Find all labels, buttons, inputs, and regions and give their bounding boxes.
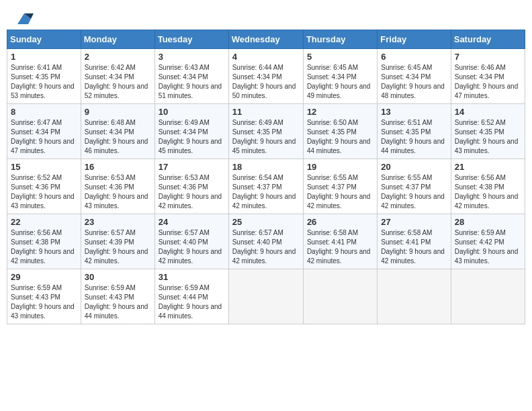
calendar-cell: 19Sunrise: 6:55 AMSunset: 4:37 PMDayligh…	[303, 159, 377, 214]
calendar-cell: 14Sunrise: 6:52 AMSunset: 4:35 PMDayligh…	[451, 104, 525, 159]
day-info: Sunrise: 6:45 AMSunset: 4:34 PMDaylight:…	[307, 63, 373, 101]
day-info: Sunrise: 6:57 AMSunset: 4:40 PMDaylight:…	[232, 228, 300, 266]
day-info: Sunrise: 6:51 AMSunset: 4:35 PMDaylight:…	[381, 118, 447, 156]
day-info: Sunrise: 6:57 AMSunset: 4:40 PMDaylight:…	[159, 228, 225, 266]
day-info: Sunrise: 6:52 AMSunset: 4:36 PMDaylight:…	[11, 173, 77, 211]
col-header-sunday: Sunday	[7, 30, 81, 49]
day-info: Sunrise: 6:56 AMSunset: 4:38 PMDaylight:…	[11, 228, 77, 266]
day-info: Sunrise: 6:57 AMSunset: 4:39 PMDaylight:…	[85, 228, 151, 266]
day-number: 19	[307, 162, 373, 172]
day-number: 3	[159, 52, 225, 62]
day-number: 2	[85, 52, 151, 62]
day-number: 7	[455, 52, 521, 62]
calendar-cell: 13Sunrise: 6:51 AMSunset: 4:35 PMDayligh…	[378, 104, 451, 159]
calendar-cell: 20Sunrise: 6:55 AMSunset: 4:37 PMDayligh…	[378, 159, 451, 214]
calendar-cell: 18Sunrise: 6:54 AMSunset: 4:37 PMDayligh…	[228, 159, 303, 214]
calendar-cell: 17Sunrise: 6:53 AMSunset: 4:36 PMDayligh…	[154, 159, 228, 214]
day-number: 18	[232, 162, 300, 172]
day-info: Sunrise: 6:59 AMSunset: 4:44 PMDaylight:…	[159, 283, 225, 321]
calendar-cell: 29Sunrise: 6:59 AMSunset: 4:43 PMDayligh…	[7, 269, 81, 324]
col-header-wednesday: Wednesday	[228, 30, 303, 49]
day-info: Sunrise: 6:59 AMSunset: 4:42 PMDaylight:…	[455, 228, 521, 266]
calendar-cell: 3Sunrise: 6:43 AMSunset: 4:34 PMDaylight…	[154, 49, 228, 104]
day-number: 13	[381, 107, 447, 117]
day-number: 16	[85, 162, 151, 172]
day-info: Sunrise: 6:47 AMSunset: 4:34 PMDaylight:…	[11, 118, 77, 156]
day-info: Sunrise: 6:52 AMSunset: 4:35 PMDaylight:…	[455, 118, 521, 156]
calendar-cell: 25Sunrise: 6:57 AMSunset: 4:40 PMDayligh…	[228, 214, 303, 269]
day-number: 6	[381, 52, 447, 62]
day-number: 20	[381, 162, 447, 172]
day-number: 21	[455, 162, 521, 172]
calendar-cell	[228, 269, 303, 324]
calendar-cell: 23Sunrise: 6:57 AMSunset: 4:39 PMDayligh…	[81, 214, 154, 269]
day-number: 31	[159, 272, 225, 282]
calendar-cell: 24Sunrise: 6:57 AMSunset: 4:40 PMDayligh…	[154, 214, 228, 269]
day-info: Sunrise: 6:46 AMSunset: 4:34 PMDaylight:…	[455, 63, 521, 101]
day-number: 15	[11, 162, 77, 172]
calendar-cell	[451, 269, 525, 324]
day-info: Sunrise: 6:44 AMSunset: 4:34 PMDaylight:…	[232, 63, 300, 101]
logo	[13, 12, 34, 26]
col-header-saturday: Saturday	[451, 30, 525, 49]
day-info: Sunrise: 6:55 AMSunset: 4:37 PMDaylight:…	[307, 173, 373, 211]
calendar-cell: 8Sunrise: 6:47 AMSunset: 4:34 PMDaylight…	[7, 104, 81, 159]
calendar-cell: 30Sunrise: 6:59 AMSunset: 4:43 PMDayligh…	[81, 269, 154, 324]
day-number: 24	[159, 217, 225, 227]
col-header-monday: Monday	[81, 30, 154, 49]
day-info: Sunrise: 6:54 AMSunset: 4:37 PMDaylight:…	[232, 173, 300, 211]
day-number: 25	[232, 217, 300, 227]
logo-icon	[15, 12, 34, 28]
day-number: 17	[159, 162, 225, 172]
calendar-cell: 21Sunrise: 6:56 AMSunset: 4:38 PMDayligh…	[451, 159, 525, 214]
day-number: 1	[11, 52, 77, 62]
page-header	[7, 7, 525, 30]
day-number: 8	[11, 107, 77, 117]
day-number: 11	[232, 107, 300, 117]
col-header-tuesday: Tuesday	[154, 30, 228, 49]
calendar-cell: 22Sunrise: 6:56 AMSunset: 4:38 PMDayligh…	[7, 214, 81, 269]
day-number: 9	[85, 107, 151, 117]
calendar-cell: 27Sunrise: 6:58 AMSunset: 4:41 PMDayligh…	[378, 214, 451, 269]
day-number: 14	[455, 107, 521, 117]
day-info: Sunrise: 6:45 AMSunset: 4:34 PMDaylight:…	[381, 63, 447, 101]
day-info: Sunrise: 6:55 AMSunset: 4:37 PMDaylight:…	[381, 173, 447, 211]
day-number: 29	[11, 272, 77, 282]
day-info: Sunrise: 6:53 AMSunset: 4:36 PMDaylight:…	[159, 173, 225, 211]
calendar-cell	[303, 269, 377, 324]
day-info: Sunrise: 6:42 AMSunset: 4:34 PMDaylight:…	[85, 63, 151, 101]
day-number: 5	[307, 52, 373, 62]
day-number: 30	[85, 272, 151, 282]
col-header-thursday: Thursday	[303, 30, 377, 49]
day-info: Sunrise: 6:59 AMSunset: 4:43 PMDaylight:…	[85, 283, 151, 321]
day-info: Sunrise: 6:50 AMSunset: 4:35 PMDaylight:…	[307, 118, 373, 156]
day-number: 12	[307, 107, 373, 117]
calendar-cell: 31Sunrise: 6:59 AMSunset: 4:44 PMDayligh…	[154, 269, 228, 324]
calendar-table: SundayMondayTuesdayWednesdayThursdayFrid…	[7, 30, 525, 324]
calendar-cell: 6Sunrise: 6:45 AMSunset: 4:34 PMDaylight…	[378, 49, 451, 104]
day-number: 22	[11, 217, 77, 227]
day-number: 4	[232, 52, 300, 62]
calendar-cell: 12Sunrise: 6:50 AMSunset: 4:35 PMDayligh…	[303, 104, 377, 159]
day-number: 26	[307, 217, 373, 227]
day-number: 10	[159, 107, 225, 117]
day-info: Sunrise: 6:41 AMSunset: 4:35 PMDaylight:…	[11, 63, 77, 101]
day-number: 23	[85, 217, 151, 227]
calendar-cell: 1Sunrise: 6:41 AMSunset: 4:35 PMDaylight…	[7, 49, 81, 104]
day-info: Sunrise: 6:53 AMSunset: 4:36 PMDaylight:…	[85, 173, 151, 211]
calendar-cell	[378, 269, 451, 324]
calendar-cell: 10Sunrise: 6:49 AMSunset: 4:34 PMDayligh…	[154, 104, 228, 159]
calendar-cell: 28Sunrise: 6:59 AMSunset: 4:42 PMDayligh…	[451, 214, 525, 269]
calendar-cell: 2Sunrise: 6:42 AMSunset: 4:34 PMDaylight…	[81, 49, 154, 104]
day-number: 28	[455, 217, 521, 227]
day-number: 27	[381, 217, 447, 227]
day-info: Sunrise: 6:56 AMSunset: 4:38 PMDaylight:…	[455, 173, 521, 211]
day-info: Sunrise: 6:49 AMSunset: 4:34 PMDaylight:…	[159, 118, 225, 156]
col-header-friday: Friday	[378, 30, 451, 49]
calendar-cell: 4Sunrise: 6:44 AMSunset: 4:34 PMDaylight…	[228, 49, 303, 104]
calendar-cell: 16Sunrise: 6:53 AMSunset: 4:36 PMDayligh…	[81, 159, 154, 214]
calendar-cell: 7Sunrise: 6:46 AMSunset: 4:34 PMDaylight…	[451, 49, 525, 104]
calendar-cell: 5Sunrise: 6:45 AMSunset: 4:34 PMDaylight…	[303, 49, 377, 104]
day-info: Sunrise: 6:43 AMSunset: 4:34 PMDaylight:…	[159, 63, 225, 101]
day-info: Sunrise: 6:49 AMSunset: 4:35 PMDaylight:…	[232, 118, 300, 156]
